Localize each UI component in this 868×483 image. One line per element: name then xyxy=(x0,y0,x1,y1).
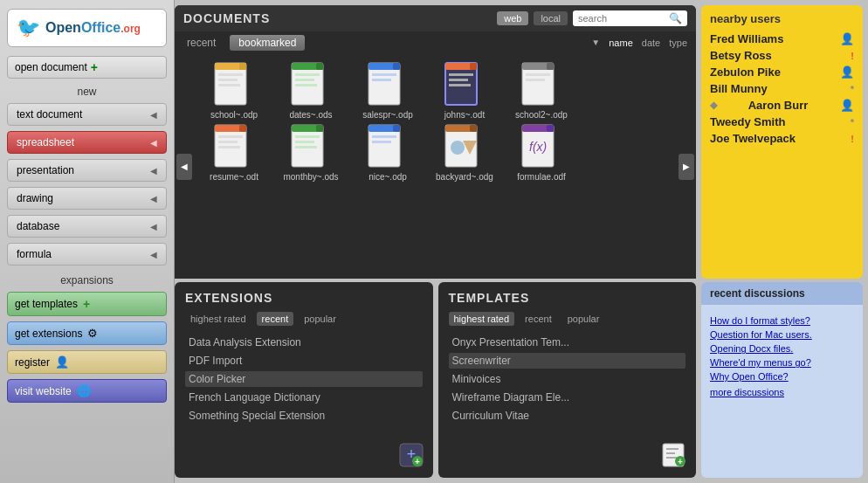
templates-panel: TEMPLATES highest rated recent popular O… xyxy=(438,282,697,478)
drawing-arrow-icon: ◀ xyxy=(150,194,157,204)
templates-title: TEMPLATES xyxy=(449,291,686,305)
database-button[interactable]: database ◀ xyxy=(7,215,167,238)
ext-tab-recent[interactable]: recent xyxy=(257,312,294,326)
tab-bookmarked[interactable]: bookmarked xyxy=(230,35,305,51)
extensions-list: Data Analysis Extension PDF Import Color… xyxy=(185,335,423,469)
nearby-users-panel: nearby users Fred Williams 👤 Betsy Ross … xyxy=(701,5,863,279)
list-item[interactable]: resume~.odt xyxy=(199,123,269,182)
list-item[interactable]: f(x) formulae.odf xyxy=(506,123,576,182)
list-item[interactable]: Betsy Ross ! xyxy=(710,49,854,62)
sort-date[interactable]: date xyxy=(642,38,660,48)
docs-row-1: school~.odp xyxy=(178,59,692,121)
tab-web[interactable]: web xyxy=(497,11,528,25)
user-exclaim-icon: ! xyxy=(851,51,854,61)
discussion-link[interactable]: Opening Docx files. xyxy=(710,343,854,354)
list-item[interactable]: Wireframe Diagram Ele... xyxy=(449,390,686,405)
svg-rect-63 xyxy=(547,125,554,132)
file-name: monthby~.ods xyxy=(283,172,338,182)
svg-rect-49 xyxy=(372,135,396,138)
bullet-icon: ◆ xyxy=(710,100,717,111)
list-item[interactable]: Minivoices xyxy=(449,371,686,387)
formula-label: formula xyxy=(17,248,52,260)
list-item[interactable]: Data Analysis Extension xyxy=(185,335,423,350)
drawing-button[interactable]: drawing ◀ xyxy=(7,187,167,210)
svg-text:f(x): f(x) xyxy=(529,140,547,154)
nav-prev-button[interactable]: ◀ xyxy=(176,154,192,180)
extensions-panel: EXTENSIONS highest rated recent popular … xyxy=(175,282,433,478)
register-button[interactable]: register 👤 xyxy=(7,350,167,374)
list-item[interactable]: Curriculum Vitae xyxy=(449,408,686,424)
file-icon-odp3 xyxy=(520,61,562,107)
svg-rect-32 xyxy=(547,63,554,70)
list-item[interactable]: school~.odp xyxy=(199,61,269,120)
text-document-label: text document xyxy=(17,108,82,121)
list-item[interactable]: school2~.odp xyxy=(506,61,576,120)
text-document-button[interactable]: text document ◀ xyxy=(7,103,167,126)
discussion-link[interactable]: Question for Mac users. xyxy=(710,329,854,340)
search-input-wrap: 🔍 xyxy=(573,10,687,26)
list-item[interactable]: Joe Twelvepack ! xyxy=(710,132,854,145)
list-item[interactable]: Zebulon Pike 👤 xyxy=(710,66,854,79)
user-person-icon: 👤 xyxy=(840,99,854,112)
svg-rect-71 xyxy=(666,457,677,459)
formula-button[interactable]: formula ◀ xyxy=(7,243,167,266)
nav-next-button[interactable]: ▶ xyxy=(679,154,694,180)
list-item[interactable]: ◆ Aaron Burr 👤 xyxy=(710,99,854,112)
svg-rect-46 xyxy=(316,125,323,132)
list-item[interactable]: nice~.odp xyxy=(353,123,423,182)
list-item[interactable]: Onyx Presentation Tem... xyxy=(449,335,686,350)
list-item[interactable]: Color Picker xyxy=(185,371,423,387)
list-item[interactable]: backyard~.odg xyxy=(430,123,499,182)
get-extensions-button[interactable]: get extensions ⚙ xyxy=(7,321,167,345)
list-item[interactable]: salespr~.odp xyxy=(353,61,423,120)
list-item[interactable]: Something Special Extension xyxy=(185,408,423,424)
list-item[interactable]: Fred Williams 👤 xyxy=(710,32,854,45)
search-input[interactable] xyxy=(578,13,665,24)
presentation-button[interactable]: presentation ◀ xyxy=(7,159,167,182)
ext-tab-popular[interactable]: popular xyxy=(299,312,341,326)
more-discussions-link[interactable]: more discussions xyxy=(710,387,854,397)
search-bar: web local 🔍 xyxy=(497,10,687,26)
discussion-link[interactable]: How do I format styles? xyxy=(710,315,854,326)
user-person-icon: 👤 xyxy=(840,32,854,45)
sidebar: 🐦 OpenOffice.org open document + new tex… xyxy=(0,0,175,483)
list-item[interactable]: dates~.ods xyxy=(276,61,346,120)
discussion-link[interactable]: Why Open Office? xyxy=(710,371,854,382)
list-item[interactable]: monthby~.ods xyxy=(276,123,346,182)
list-item[interactable]: PDF Import xyxy=(185,353,423,369)
list-item[interactable]: Screenwriter xyxy=(449,353,686,369)
user-star-icon: * xyxy=(851,117,854,128)
file-name: dates~.ods xyxy=(289,110,332,120)
list-item[interactable]: johns~.odt xyxy=(430,61,499,120)
open-document-button[interactable]: open document + xyxy=(7,56,167,79)
visit-website-button[interactable]: visit website 🌐 xyxy=(7,379,167,403)
list-item[interactable]: Tweedy Smith * xyxy=(710,115,854,128)
list-item[interactable]: French Language Dictionary xyxy=(185,390,423,405)
extensions-add-button[interactable]: + + xyxy=(398,442,424,471)
discussion-link[interactable]: Where'd my menus go? xyxy=(710,357,854,368)
file-icon-odp1 xyxy=(213,61,255,107)
sort-arrow-icon: ▼ xyxy=(591,38,600,48)
list-item[interactable]: Bill Munny * xyxy=(710,82,854,95)
tmpl-tab-popular[interactable]: popular xyxy=(562,312,605,326)
file-name: school~.odp xyxy=(210,110,258,120)
logo-text: OpenOffice.org xyxy=(45,20,141,35)
sort-name[interactable]: name xyxy=(609,38,633,48)
svg-rect-58 xyxy=(470,125,477,132)
user-star-icon: * xyxy=(851,84,854,94)
spreadsheet-button[interactable]: spreadsheet ◀ xyxy=(7,131,167,154)
main-content: DOCUMENTS web local 🔍 recent bookmarked … xyxy=(175,0,868,483)
sort-controls: ▼ name date type xyxy=(591,38,687,48)
tab-local[interactable]: local xyxy=(534,11,568,25)
svg-rect-35 xyxy=(218,135,243,138)
ext-tab-highest-rated[interactable]: highest rated xyxy=(185,312,251,326)
svg-rect-16 xyxy=(372,73,396,76)
tab-recent[interactable]: recent xyxy=(183,35,219,51)
sort-type[interactable]: type xyxy=(669,38,687,48)
templates-add-button[interactable]: + xyxy=(661,442,687,471)
svg-rect-70 xyxy=(666,452,675,454)
tmpl-tab-recent[interactable]: recent xyxy=(520,312,557,326)
get-templates-button[interactable]: get templates + xyxy=(7,292,167,316)
tmpl-tab-highest-rated[interactable]: highest rated xyxy=(449,312,515,326)
database-label: database xyxy=(17,220,59,232)
